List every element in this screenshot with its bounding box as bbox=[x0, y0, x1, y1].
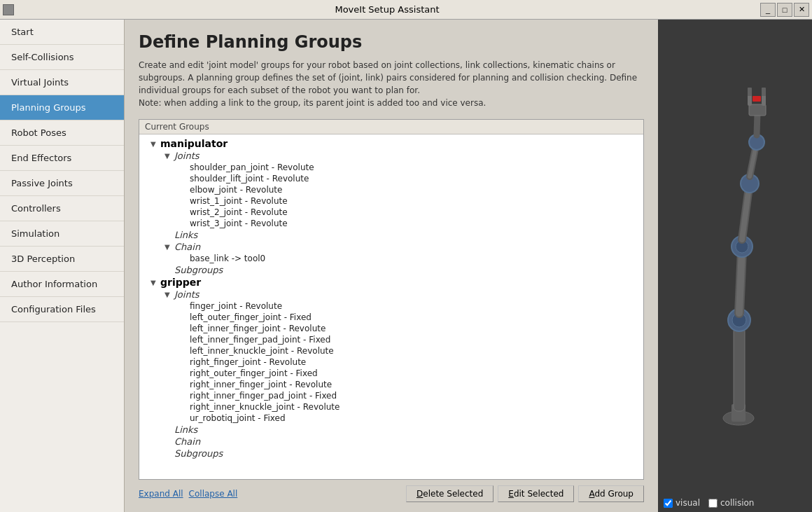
joint-2: shoulder_lift_joint - Revolute bbox=[190, 174, 309, 184]
sidebar-item-robot-poses[interactable]: Robot Poses bbox=[0, 120, 124, 146]
titlebar-buttons: _ □ ✕ bbox=[760, 3, 809, 17]
collision-checkbox[interactable] bbox=[708, 499, 718, 508]
gripper-joint-item[interactable]: right_inner_finger_pad_joint - Fixed bbox=[139, 390, 643, 401]
chain-value: base_link -> tool0 bbox=[190, 254, 265, 263]
joints-label: Joints bbox=[174, 151, 200, 161]
gripper-joints-section[interactable]: Joints bbox=[139, 289, 643, 300]
gripper-subgroups-label: Subgroups bbox=[174, 448, 223, 459]
robot-viewport bbox=[658, 20, 812, 494]
page-description: Create and edit 'joint model' groups for… bbox=[139, 59, 644, 109]
visual-checkbox[interactable] bbox=[664, 499, 673, 508]
gripper-joint-item[interactable]: left_inner_finger_pad_joint - Fixed bbox=[139, 334, 643, 345]
gripper-chain-section[interactable]: Chain bbox=[139, 436, 643, 448]
groups-tree: manipulator Joints shoulder_pan_joint - … bbox=[139, 134, 643, 479]
bottom-buttons: DDelete Selectedelete Selected Edit Sele… bbox=[406, 485, 644, 502]
svg-rect-22 bbox=[748, 88, 752, 96]
collapse-all-link[interactable]: Collapse All bbox=[189, 489, 238, 499]
subgroups-label: Subgroups bbox=[174, 265, 223, 275]
joint-item[interactable]: shoulder_lift_joint - Revolute bbox=[139, 173, 643, 184]
joint-item[interactable]: wrist_2_joint - Revolute bbox=[139, 207, 643, 218]
sidebar-item-controllers[interactable]: Controllers bbox=[0, 196, 124, 221]
edit-selected-button[interactable]: Edit Selected bbox=[498, 485, 574, 502]
group-gripper[interactable]: gripper bbox=[139, 276, 643, 289]
gripper-arrow bbox=[150, 279, 160, 286]
expand-all-link[interactable]: Expand All bbox=[139, 489, 183, 499]
chain-label: Chain bbox=[174, 242, 200, 252]
description-line2: Note: when adding a link to the group, i… bbox=[139, 98, 486, 108]
joint-item[interactable]: shoulder_pan_joint - Revolute bbox=[139, 162, 643, 173]
bottom-links: Expand All Collapse All bbox=[139, 489, 237, 499]
gripper-joint-item[interactable]: finger_joint - Revolute bbox=[139, 300, 643, 312]
manipulator-joints-section[interactable]: Joints bbox=[139, 150, 643, 162]
joint-4: wrist_1_joint - Revolute bbox=[190, 196, 288, 206]
app-icon bbox=[3, 4, 14, 15]
groups-panel: Current Groups manipulator Joints should… bbox=[139, 119, 644, 480]
robot-svg bbox=[665, 40, 805, 474]
gripper-joint-item[interactable]: right_inner_knuckle_joint - Revolute bbox=[139, 401, 643, 413]
page-title: Define Planning Groups bbox=[139, 32, 644, 52]
sidebar-item-3d-perception[interactable]: 3D Perception bbox=[0, 247, 124, 272]
gripper-joint-item[interactable]: right_inner_finger_joint - Revolute bbox=[139, 379, 643, 390]
svg-line-8 bbox=[739, 250, 742, 313]
sidebar-item-self-collisions[interactable]: Self-Collisions bbox=[0, 45, 124, 70]
content-area: Define Planning Groups Create and edit '… bbox=[125, 20, 658, 512]
gripper-joints-label: Joints bbox=[174, 289, 200, 300]
gripper-joint-item[interactable]: left_inner_finger_joint - Revolute bbox=[139, 323, 643, 334]
svg-rect-18 bbox=[749, 104, 766, 116]
sidebar-item-end-effectors[interactable]: End Effectors bbox=[0, 146, 124, 171]
group-manipulator[interactable]: manipulator bbox=[139, 137, 643, 150]
gripper-joint-item[interactable]: ur_robotiq_joint - Fixed bbox=[139, 413, 643, 424]
delete-selected-button[interactable]: DDelete Selectedelete Selected bbox=[406, 485, 493, 502]
titlebar: MoveIt Setup Assistant _ □ ✕ bbox=[0, 0, 812, 20]
manipulator-name: manipulator bbox=[160, 138, 227, 149]
close-button[interactable]: ✕ bbox=[794, 3, 809, 17]
groups-header: Current Groups bbox=[139, 120, 643, 134]
gripper-chain-label: Chain bbox=[174, 436, 200, 447]
maximize-button[interactable]: □ bbox=[777, 3, 792, 17]
joint-item[interactable]: wrist_3_joint - Revolute bbox=[139, 218, 643, 229]
gripper-joints-arrow bbox=[164, 291, 174, 298]
joint-1: shoulder_pan_joint - Revolute bbox=[190, 162, 314, 172]
svg-rect-23 bbox=[762, 88, 766, 96]
links-label: Links bbox=[174, 230, 197, 240]
gripper-joint-item[interactable]: left_outer_finger_joint - Fixed bbox=[139, 312, 643, 323]
gripper-links-section[interactable]: Links bbox=[139, 424, 643, 436]
visual-label: visual bbox=[676, 498, 700, 508]
minimize-button[interactable]: _ bbox=[760, 3, 776, 17]
joint-3: elbow_joint - Revolute bbox=[190, 185, 282, 195]
titlebar-title: MoveIt Setup Assistant bbox=[14, 4, 760, 15]
description-line1: Create and edit 'joint model' groups for… bbox=[139, 60, 637, 95]
joint-item[interactable]: elbow_joint - Revolute bbox=[139, 184, 643, 195]
gripper-joint-item[interactable]: right_outer_finger_joint - Fixed bbox=[139, 368, 643, 379]
add-group-button[interactable]: Add Group bbox=[578, 485, 644, 502]
right-panel: visual collision bbox=[658, 20, 812, 512]
sidebar-item-passive-joints[interactable]: Passive Joints bbox=[0, 171, 124, 196]
sidebar-item-configuration-files[interactable]: Configuration Files bbox=[0, 297, 124, 322]
sidebar-item-author-information[interactable]: Author Information bbox=[0, 272, 124, 297]
collision-checkbox-label[interactable]: collision bbox=[708, 498, 754, 508]
collision-label: collision bbox=[720, 498, 754, 508]
visual-checkbox-label[interactable]: visual bbox=[664, 498, 700, 508]
manipulator-chain-section[interactable]: Chain bbox=[139, 241, 643, 253]
chain-item[interactable]: base_link -> tool0 bbox=[139, 253, 643, 264]
bottom-bar: Expand All Collapse All DDelete Selected… bbox=[139, 480, 644, 505]
joint-item[interactable]: wrist_1_joint - Revolute bbox=[139, 195, 643, 207]
svg-line-17 bbox=[757, 113, 757, 135]
svg-rect-21 bbox=[752, 96, 761, 102]
gripper-joint-item[interactable]: left_inner_knuckle_joint - Revolute bbox=[139, 345, 643, 357]
main-content: Start Self-Collisions Virtual Joints Pla… bbox=[0, 20, 812, 512]
sidebar-item-start[interactable]: Start bbox=[0, 20, 124, 45]
gripper-links-label: Links bbox=[174, 424, 197, 435]
svg-rect-20 bbox=[762, 95, 766, 106]
gripper-subgroups-section[interactable]: Subgroups bbox=[139, 448, 643, 459]
svg-rect-3 bbox=[734, 327, 745, 411]
gripper-joint-item[interactable]: right_finger_joint - Revolute bbox=[139, 357, 643, 368]
sidebar-item-simulation[interactable]: Simulation bbox=[0, 221, 124, 247]
chain-arrow bbox=[164, 243, 174, 251]
gripper-name: gripper bbox=[160, 277, 201, 288]
manipulator-arrow bbox=[150, 140, 160, 148]
manipulator-links-section[interactable]: Links bbox=[139, 229, 643, 241]
sidebar-item-virtual-joints[interactable]: Virtual Joints bbox=[0, 70, 124, 95]
sidebar-item-planning-groups[interactable]: Planning Groups bbox=[0, 95, 124, 120]
manipulator-subgroups-section[interactable]: Subgroups bbox=[139, 264, 643, 276]
